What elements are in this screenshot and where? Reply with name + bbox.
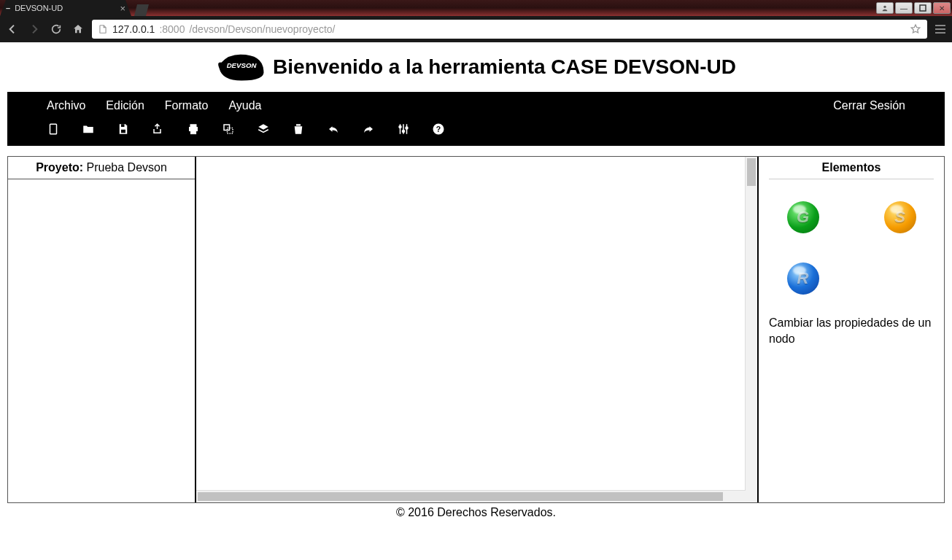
- os-window-titlebar: – DEVSON-UD × — ✕: [0, 0, 952, 16]
- svg-point-13: [403, 131, 405, 133]
- page-title: Bienvenido a la herramienta CASE DEVSON-…: [273, 55, 736, 79]
- browser-menu-button[interactable]: [933, 25, 948, 34]
- svg-point-0: [883, 6, 886, 8]
- redo-icon[interactable]: [362, 122, 375, 136]
- workspace: Proyeto: Prueba Devson Elementos G S R C…: [7, 156, 945, 503]
- element-orange[interactable]: S: [884, 201, 916, 233]
- logout-link[interactable]: Cerrar Sesión: [833, 99, 905, 112]
- element-green[interactable]: G: [787, 201, 819, 233]
- svg-rect-8: [190, 131, 196, 134]
- svg-text:?: ?: [436, 125, 441, 133]
- new-file-icon[interactable]: [47, 122, 60, 136]
- svg-text:DEVSON: DEVSON: [227, 61, 258, 69]
- print-icon[interactable]: [187, 122, 200, 136]
- window-user-button[interactable]: [876, 2, 894, 14]
- page-header: DEVSON Bienvenido a la herramienta CASE …: [0, 42, 952, 92]
- devson-logo: DEVSON: [216, 52, 267, 82]
- svg-rect-11: [296, 124, 301, 125]
- canvas-panel[interactable]: [196, 157, 757, 502]
- home-button[interactable]: [70, 21, 86, 37]
- address-bar[interactable]: 127.0.0.1:8000/devson/Devson/nuevoproyec…: [92, 20, 927, 39]
- bookmark-star-icon[interactable]: [910, 23, 921, 35]
- project-name: Prueba Devson: [87, 161, 167, 174]
- trash-icon[interactable]: [292, 122, 305, 136]
- tab-close-icon[interactable]: ×: [120, 3, 125, 14]
- menu-edicion[interactable]: Edición: [106, 99, 144, 112]
- svg-point-14: [406, 127, 408, 129]
- save-icon[interactable]: [117, 122, 130, 136]
- reload-button[interactable]: [48, 21, 64, 37]
- forward-button[interactable]: [26, 21, 42, 37]
- window-close-button[interactable]: ✕: [933, 2, 951, 14]
- window-maximize-button[interactable]: [914, 2, 932, 14]
- browser-toolbar: 127.0.0.1:8000/devson/Devson/nuevoproyec…: [0, 16, 952, 42]
- menu-ayuda[interactable]: Ayuda: [228, 99, 261, 112]
- project-label: Proyeto:: [36, 161, 83, 174]
- layers-icon[interactable]: [257, 122, 270, 136]
- svg-rect-5: [121, 124, 125, 127]
- new-tab-button[interactable]: [134, 4, 149, 16]
- url-host: 127.0.0.1: [112, 23, 155, 35]
- vertical-scrollbar-thumb[interactable]: [747, 158, 756, 186]
- elements-panel: Elementos G S R Cambiar las propiedades …: [757, 157, 944, 502]
- element-blue[interactable]: R: [787, 262, 819, 295]
- window-minimize-button[interactable]: —: [895, 2, 913, 14]
- back-button[interactable]: [4, 21, 20, 37]
- menu-bar: Archivo Edición Formato Ayuda Cerrar Ses…: [7, 92, 945, 120]
- elements-hint: Cambiar las propiedades de un nodo: [769, 315, 934, 346]
- tab-indicator-icon: –: [6, 4, 10, 12]
- elements-title: Elementos: [769, 157, 934, 179]
- browser-tab[interactable]: – DEVSON-UD ×: [0, 0, 131, 16]
- copy-special-icon[interactable]: [222, 122, 235, 136]
- svg-rect-3: [50, 124, 57, 134]
- url-port: :8000: [159, 23, 185, 35]
- project-header: Proyeto: Prueba Devson: [8, 157, 195, 179]
- help-icon[interactable]: ?: [432, 122, 445, 136]
- menu-formato[interactable]: Formato: [165, 99, 209, 112]
- svg-point-12: [399, 126, 401, 128]
- svg-rect-6: [190, 124, 197, 127]
- icon-toolbar: ?: [7, 120, 945, 146]
- page-icon: [98, 24, 108, 34]
- app-toolbar: Archivo Edición Formato Ayuda Cerrar Ses…: [7, 92, 945, 146]
- horizontal-scrollbar-thumb[interactable]: [198, 492, 723, 501]
- share-icon[interactable]: [152, 122, 165, 136]
- project-panel: Proyeto: Prueba Devson: [8, 157, 196, 502]
- url-path: /devson/Devson/nuevoproyecto/: [189, 23, 335, 35]
- page-footer: © 2016 Derechos Reservados.: [0, 503, 952, 528]
- undo-icon[interactable]: [327, 122, 340, 136]
- menu-archivo[interactable]: Archivo: [47, 99, 85, 112]
- svg-rect-1: [920, 5, 926, 11]
- settings-sliders-icon[interactable]: [397, 122, 410, 136]
- svg-rect-4: [121, 130, 125, 133]
- tab-title: DEVSON-UD: [15, 4, 63, 12]
- open-folder-icon[interactable]: [82, 122, 95, 136]
